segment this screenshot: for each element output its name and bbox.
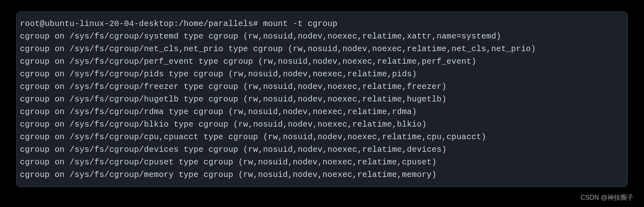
terminal-output-line: cgroup on /sys/fs/cgroup/freezer type cg… <box>17 80 627 93</box>
terminal-output-line: cgroup on /sys/fs/cgroup/cpuset type cgr… <box>17 156 627 168</box>
terminal-output-line: cgroup on /sys/fs/cgroup/net_cls,net_pri… <box>17 43 627 55</box>
terminal-output-line: cgroup on /sys/fs/cgroup/rdma type cgrou… <box>17 106 627 118</box>
terminal-output-line: cgroup on /sys/fs/cgroup/pids type cgrou… <box>17 68 627 80</box>
terminal-container: root@ubuntu-linux-20-04-desktop:/home/pa… <box>16 11 628 187</box>
terminal-output-line: cgroup on /sys/fs/cgroup/cpu,cpuacct typ… <box>17 131 627 143</box>
terminal-output-line: cgroup on /sys/fs/cgroup/blkio type cgro… <box>17 118 627 131</box>
terminal-output-line: cgroup on /sys/fs/cgroup/devices type cg… <box>17 143 627 156</box>
terminal-output-line: cgroup on /sys/fs/cgroup/hugetlb type cg… <box>17 93 627 106</box>
terminal-output-line: cgroup on /sys/fs/cgroup/perf_event type… <box>17 55 627 68</box>
terminal-output-line: cgroup on /sys/fs/cgroup/systemd type cg… <box>17 30 627 43</box>
terminal-output-line: cgroup on /sys/fs/cgroup/memory type cgr… <box>17 168 627 181</box>
terminal-prompt-line[interactable]: root@ubuntu-linux-20-04-desktop:/home/pa… <box>17 17 627 30</box>
watermark-text: CSDN @神技圈子 <box>581 193 633 203</box>
